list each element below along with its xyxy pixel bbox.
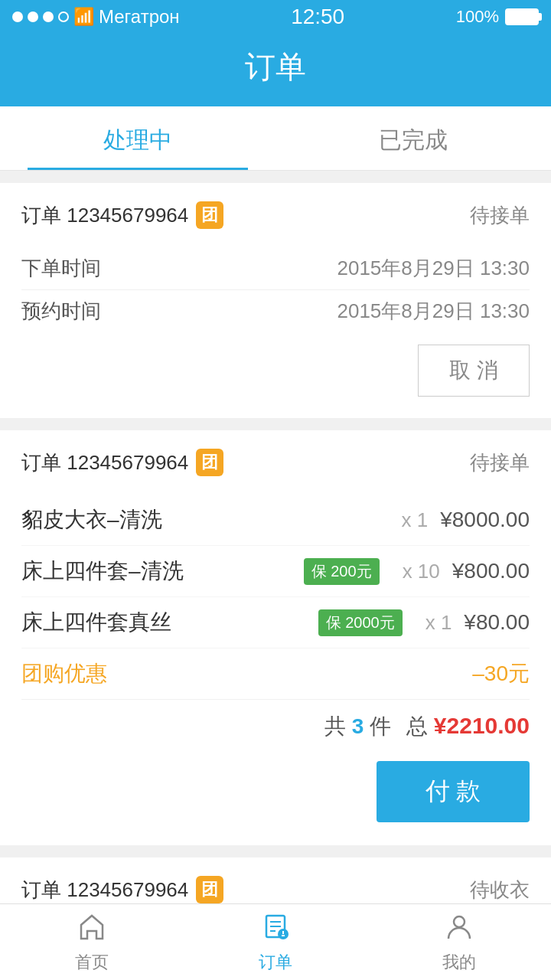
status-right: 100% — [456, 7, 539, 27]
page-title: 订单 — [0, 46, 551, 88]
nav-home-label: 首页 — [75, 951, 109, 974]
group-badge-2: 团 — [196, 449, 223, 476]
order-header-2: 订单 12345679964 团 待接单 — [21, 449, 530, 476]
signal-dot-4 — [58, 11, 69, 22]
status-bar: 📶 Мегатрон 12:50 100% — [0, 0, 551, 34]
order-number-3: 订单 12345679964 团 — [21, 876, 223, 903]
discount-row: 团购优惠 –30元 — [21, 648, 530, 699]
order-icon — [260, 911, 291, 946]
cancel-button-1[interactable]: 取 消 — [418, 345, 530, 397]
signal-dot-2 — [28, 11, 38, 22]
order-info-row-time: 下单时间 2015年8月29日 13:30 — [21, 247, 530, 290]
time-display: 12:50 — [291, 5, 344, 29]
nav-home[interactable]: 首页 — [0, 904, 184, 980]
status-left: 📶 Мегатрон — [12, 6, 180, 28]
signal-dot-1 — [12, 11, 23, 22]
svg-point-7 — [454, 916, 465, 927]
guarantee-badge-1: 保 200元 — [304, 558, 380, 585]
order-status-3: 待收衣 — [470, 877, 530, 903]
nav-orders[interactable]: 订单 — [184, 904, 367, 980]
battery-percent: 100% — [456, 7, 499, 27]
group-badge-1: 团 — [196, 201, 223, 229]
signal-dot-3 — [43, 11, 54, 22]
guarantee-badge-2: 保 2000元 — [318, 609, 403, 636]
item-row-3: 床上四件套真丝 保 2000元 x 1 ¥80.00 — [21, 597, 530, 648]
tab-processing[interactable]: 处理中 — [0, 106, 276, 170]
wifi-icon: 📶 — [73, 7, 94, 27]
order-info-row-appt: 预约时间 2015年8月29日 13:30 — [21, 290, 530, 332]
pay-button[interactable]: 付 款 — [377, 761, 530, 822]
order-number-2: 订单 12345679964 团 — [21, 449, 223, 476]
order-number-1: 订单 12345679964 团 — [21, 201, 223, 229]
group-badge-3: 团 — [196, 876, 223, 903]
tab-bar: 处理中 已完成 — [0, 106, 551, 171]
user-icon — [444, 911, 474, 946]
order-header-1: 订单 12345679964 团 待接单 — [21, 201, 530, 229]
order-status-2: 待接单 — [470, 449, 530, 476]
item-row-2: 床上四件套–清洗 保 200元 x 10 ¥800.00 — [21, 546, 530, 597]
item-row-1: 貂皮大衣–清洗 x 1 ¥8000.00 — [21, 495, 530, 546]
nav-orders-label: 订单 — [259, 951, 292, 974]
order-header-3: 订单 12345679964 团 待收衣 — [21, 876, 530, 903]
orders-list: 订单 12345679964 团 待接单 下单时间 2015年8月29日 13:… — [0, 171, 551, 980]
order-status-1: 待接单 — [470, 202, 530, 229]
home-icon — [77, 911, 107, 946]
battery-bar — [505, 8, 539, 25]
page-header: 订单 — [0, 34, 551, 106]
bottom-nav: 首页 订单 我的 — [0, 903, 551, 980]
nav-mine-label: 我的 — [442, 951, 476, 974]
carrier-label: Мегатрон — [99, 6, 180, 28]
summary-count: 共 3 件 — [324, 712, 391, 741]
summary-row: 共 3 件 总 ¥2210.00 — [21, 699, 530, 753]
order-card-1: 订单 12345679964 团 待接单 下单时间 2015年8月29日 13:… — [0, 183, 551, 418]
order-card-2: 订单 12345679964 团 待接单 貂皮大衣–清洗 x 1 ¥8000.0… — [0, 430, 551, 845]
nav-mine[interactable]: 我的 — [367, 904, 551, 980]
summary-total: 总 ¥2210.00 — [406, 712, 530, 741]
tab-completed[interactable]: 已完成 — [276, 106, 551, 170]
